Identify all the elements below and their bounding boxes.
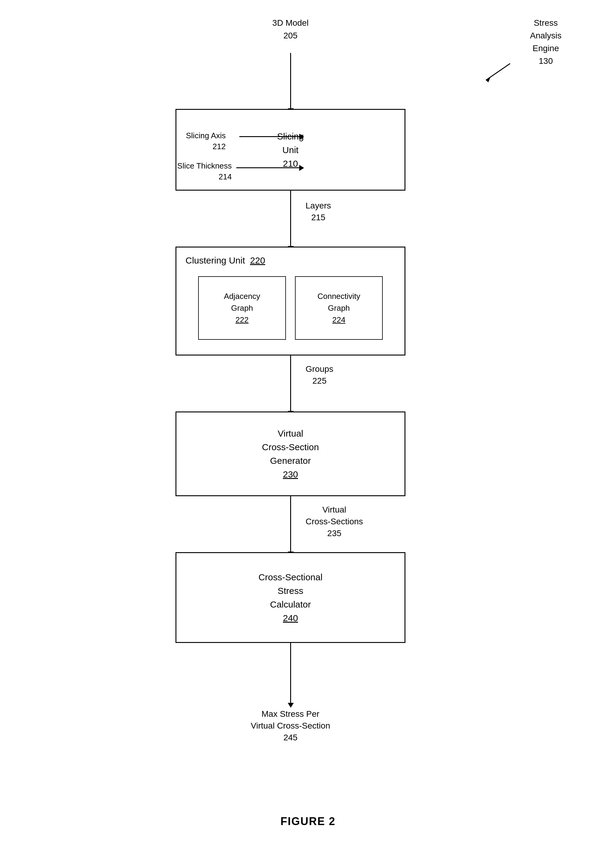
- arrow-model-to-slicing: [290, 53, 291, 109]
- arrow-generator-to-sections: [290, 496, 291, 552]
- connectivity-graph-box: Connectivity Graph 224: [295, 276, 383, 340]
- virtual-cross-sections-label: Virtual Cross-Sections 235: [306, 504, 363, 539]
- stress-engine-arrow-icon: [480, 60, 516, 85]
- svg-line-0: [486, 63, 510, 80]
- groups-label: Groups 225: [306, 363, 334, 387]
- arrow-clustering-to-groups: [290, 355, 291, 411]
- figure-caption: FIGURE 2: [281, 815, 335, 828]
- clustering-unit-box: Clustering Unit 220 Adjacency Graph 222 …: [175, 246, 405, 355]
- adjacency-graph-box: Adjacency Graph 222: [198, 276, 286, 340]
- stress-engine-label: Stress Analysis Engine 130: [530, 17, 562, 68]
- arrow-slicing-to-layers: [290, 190, 291, 246]
- arrow-calc-to-max: [290, 643, 291, 704]
- virtual-cross-section-box: Virtual Cross-Section Generator 230: [175, 411, 405, 496]
- slicing-axis-label: Slicing Axis 212: [186, 130, 226, 152]
- diagram: Stress Analysis Engine 130 3D Model 205 …: [0, 0, 616, 852]
- model-label: 3D Model 205: [272, 17, 309, 42]
- stress-calculator-box: Cross-Sectional Stress Calculator 240: [175, 552, 405, 643]
- layers-label: Layers 215: [306, 200, 331, 223]
- slice-thickness-label: Slice Thickness 214: [177, 160, 232, 183]
- max-stress-label: Max Stress Per Virtual Cross-Section 245: [228, 708, 352, 744]
- arrow-slice-thickness: [236, 167, 300, 168]
- arrow-slicing-axis: [239, 136, 300, 137]
- svg-marker-1: [486, 77, 491, 82]
